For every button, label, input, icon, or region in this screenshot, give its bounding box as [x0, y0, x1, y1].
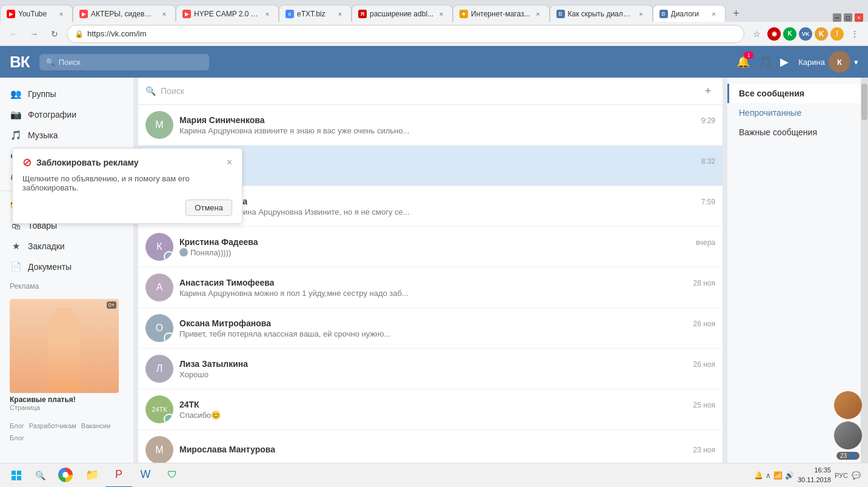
taskbar-volume-icon[interactable]: 🔊	[785, 471, 794, 480]
vk-logo[interactable]: ВК	[10, 53, 30, 72]
tab-kak[interactable]: B Как скрыть диало... ×	[550, 5, 653, 22]
taskbar-app-word[interactable]: W	[132, 463, 159, 488]
conv-name-kristina: Кристина Фадеева	[179, 237, 258, 247]
tab-youtube[interactable]: ▶ YouTube ×	[0, 5, 73, 22]
taskbar-chevron-up-icon[interactable]: ∧	[766, 471, 771, 480]
tab-dialogi[interactable]: B Диалоги ×	[653, 5, 726, 22]
tab-kak-close[interactable]: ×	[636, 9, 646, 19]
tab-youtube-close[interactable]: ×	[56, 9, 66, 19]
ext-vk[interactable]: VK	[799, 27, 812, 41]
ext-kaspersky[interactable]: K	[783, 27, 796, 41]
footer-link-vacancies[interactable]: Вакансии	[81, 422, 111, 429]
sidebar-item-photos[interactable]: 📷 Фотографии	[0, 104, 133, 125]
tab-hype[interactable]: ▶ HYPE CAMP 2.0 //... ×	[176, 5, 279, 22]
conv-avatar-kristina: К	[145, 233, 173, 261]
ad-blocker-cancel-button[interactable]: Отмена	[185, 200, 232, 216]
conv-preview-oksana: Привет, тебя потеряла классная ваша, ей …	[179, 329, 715, 338]
messages-search-input[interactable]	[161, 86, 696, 96]
sidebar-item-docs[interactable]: 📄 Документы	[0, 257, 133, 277]
forward-button[interactable]: →	[25, 25, 42, 42]
scrollbar-thumb[interactable]	[861, 84, 867, 120]
tab-etxt-close[interactable]: ×	[335, 9, 345, 19]
games-button[interactable]: ▶	[780, 55, 789, 69]
tab-yandex-close[interactable]: ×	[436, 9, 446, 19]
sidebar-item-music[interactable]: 🎵 Музыка	[0, 125, 133, 146]
conversation-item-24tk[interactable]: 24ТК 24ТК 25 ноя Спасибо😊	[138, 389, 723, 430]
svg-rect-3	[17, 476, 21, 480]
tab-dialogi-close[interactable]: ×	[709, 9, 719, 19]
sidebar-item-bookmarks[interactable]: ★ Закладки	[0, 236, 133, 257]
ext-user[interactable]: K	[815, 27, 828, 41]
right-panel-unread[interactable]: Непрочитанные	[727, 103, 861, 123]
conversation-item-maria[interactable]: М Мария Синиченкова 9:29 Карина Арцрунов…	[138, 105, 723, 146]
taskbar-app-chrome[interactable]	[52, 463, 79, 488]
address-bar[interactable]: 🔒 https://vk.com/im	[67, 25, 744, 43]
maximize-button[interactable]: □	[844, 13, 852, 22]
vk-user-menu[interactable]: Карина К ▾	[798, 51, 858, 73]
conversation-item-anastasia[interactable]: А Анастасия Тимофеева 28 ноя Карина Арцр…	[138, 267, 723, 308]
tab-bar: ▶ YouTube × ▶ АКТЕРЫ, сидевши... × ▶ HYP…	[0, 0, 868, 22]
tab-aktory[interactable]: ▶ АКТЕРЫ, сидевши... ×	[73, 5, 176, 22]
new-tab-button[interactable]: +	[728, 5, 745, 22]
ad-blocker-title-row: ⊘ Заблокировать рекламу	[22, 156, 139, 169]
taskbar-right: 🔔 ∧ 📶 🔊 16:35 30.11.2018 РУС 💬	[754, 466, 863, 485]
floating-badge[interactable]: 23 👤	[836, 452, 860, 460]
taskbar-app-folder[interactable]: 📁	[79, 463, 105, 488]
taskbar-time-display: 16:35	[798, 466, 831, 475]
tab-internet-close[interactable]: ×	[533, 9, 543, 19]
taskbar-search-button[interactable]: 🔍	[30, 466, 50, 485]
taskbar-left: 🔍 📁 P W 🛡	[5, 463, 185, 488]
floating-count: 23	[840, 452, 847, 459]
messages-search-icon: 🔍	[145, 86, 156, 96]
ad-block: 0+ Красивые платья! Страница	[0, 293, 133, 417]
sidebar-docs-label: Документы	[28, 262, 72, 272]
floating-avatar-1[interactable]	[834, 391, 862, 419]
dialogi-favicon: B	[659, 10, 668, 18]
taskbar-bell-icon[interactable]: 🔔	[754, 471, 763, 480]
close-button[interactable]: ×	[855, 13, 863, 22]
conversation-item-oksana[interactable]: О Оксана Митрофанова 26 ноя Привет, тебя…	[138, 308, 723, 349]
tab-yandex[interactable]: Я расширение adbl... ×	[352, 5, 453, 22]
vk-search-bar[interactable]: 🔍 Поиск	[39, 54, 209, 70]
back-button[interactable]: ←	[5, 25, 22, 42]
browser-chrome: ▶ YouTube × ▶ АКТЕРЫ, сидевши... × ▶ HYP…	[0, 0, 868, 46]
tab-kak-title: Как скрыть диало...	[568, 10, 633, 18]
ext-adblock[interactable]: ◉	[767, 27, 781, 41]
tab-aktory-close[interactable]: ×	[159, 9, 169, 19]
more-button[interactable]: ⋮	[846, 25, 863, 42]
taskbar-app-antivirus[interactable]: 🛡	[159, 463, 185, 488]
music-button[interactable]: 🎵	[758, 55, 772, 69]
conversation-item-liza[interactable]: Л Лиза Затылкина 26 ноя Хорошо	[138, 349, 723, 389]
sidebar-item-groups[interactable]: 👥 Группы	[0, 84, 133, 104]
footer-link-blog2[interactable]: Блог	[10, 434, 24, 442]
taskbar-app-powerpoint[interactable]: P	[105, 463, 132, 488]
ad-image[interactable]: 0+	[10, 299, 119, 393]
minimize-button[interactable]: ─	[833, 13, 841, 22]
taskbar-clock: 16:35 30.11.2018	[798, 466, 831, 485]
right-panel-important[interactable]: Важные сообщения	[727, 123, 861, 142]
conversation-item-miroslava[interactable]: М Мирослава Мантурова 23 ноя	[138, 430, 723, 466]
messages-add-button[interactable]: +	[701, 84, 715, 98]
tab-etxt[interactable]: e eTXT.biz ×	[279, 5, 352, 22]
taskbar-notifications-button[interactable]: 💬	[852, 471, 861, 480]
refresh-button[interactable]: ↻	[46, 25, 63, 42]
right-panel-all-messages[interactable]: Все сообщения	[727, 84, 861, 103]
conv-avatar-sub-kristina	[164, 251, 173, 261]
tab-internet[interactable]: ★ Интернет-магаз... ×	[453, 5, 549, 22]
taskbar-network-icon[interactable]: 📶	[773, 471, 783, 480]
tab-hype-close[interactable]: ×	[262, 9, 272, 19]
ad-blocker-close-button[interactable]: ×	[227, 157, 232, 168]
windows-logo-icon	[12, 471, 21, 480]
floating-avatar-2[interactable]	[834, 422, 862, 449]
footer-link-blog[interactable]: Блог	[10, 422, 24, 429]
ext-yellow[interactable]: !	[830, 27, 844, 41]
conv-time-lara: 8:32	[701, 157, 715, 166]
bookmark-button[interactable]: ☆	[748, 25, 765, 42]
notifications-button[interactable]: 🔔 1	[736, 55, 750, 69]
footer-link-dev[interactable]: Разработчикам	[29, 422, 76, 429]
start-button[interactable]	[5, 464, 28, 487]
sidebar-bookmarks-label: Закладки	[28, 241, 65, 251]
docs-icon: 📄	[10, 261, 22, 273]
conversation-item-kristina[interactable]: К Кристина Фадеева вчера Поняла)))))	[138, 227, 723, 267]
conv-name-liza: Лиза Затылкина	[179, 359, 248, 369]
